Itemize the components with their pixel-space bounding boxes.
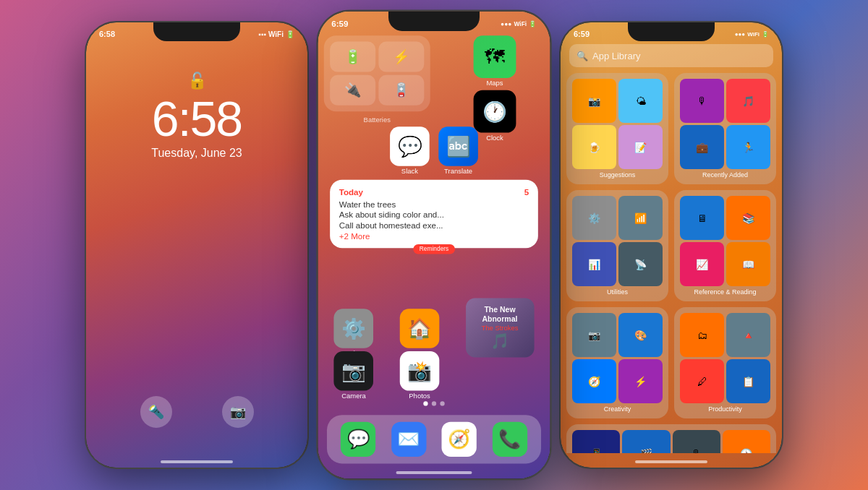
- bottom-apps-row: ⚙️ Settings 🏠 Home The New Abnormal The …: [321, 298, 548, 357]
- slack-app[interactable]: 💬 Slack: [390, 126, 430, 175]
- music-card: The New Abnormal The Strokes 🎵: [466, 298, 535, 357]
- page-dots: [423, 401, 444, 405]
- folder-app-appstore: 📱: [572, 430, 620, 453]
- folder-reference-label: Reference & Reading: [680, 288, 770, 296]
- messages-dock-icon[interactable]: 💬: [341, 422, 375, 457]
- wifi-icon: WiFi: [514, 20, 527, 27]
- maps-clock-group: 🗺 Maps 🕐 Clock: [446, 35, 545, 142]
- folder-app-stocks: 📈: [680, 242, 724, 286]
- photos-app[interactable]: 📸 Photos: [400, 351, 440, 400]
- music-widget[interactable]: The New Abnormal The Strokes 🎵: [466, 298, 535, 357]
- folder-creativity[interactable]: 📷 🎨 🧭 ⚡ Creativity: [566, 307, 668, 418]
- settings-app[interactable]: ⚙️ Settings: [334, 309, 374, 357]
- folder-app-camera: 📷: [572, 313, 616, 357]
- notch: [628, 22, 715, 41]
- folder-entertainment[interactable]: 📱 🎬 🎙 🕐: [566, 424, 776, 453]
- translate-app[interactable]: 🔤 Translate: [438, 126, 478, 175]
- battery-icon: 🔋: [529, 20, 537, 27]
- home-app[interactable]: 🏠 Home: [400, 309, 440, 357]
- phone-dock-icon[interactable]: 📞: [493, 422, 527, 457]
- music-note-icon: 🎵: [490, 332, 509, 350]
- folder-app-books: 📚: [726, 196, 770, 240]
- battery-cell-1: 🔋: [330, 42, 375, 72]
- phone-homescreen: 6:59 ●●● WiFi 🔋 🔋 ⚡ 🔌 🪫 Batteries 🗺 Maps: [316, 10, 552, 481]
- camera-label: Camera: [341, 392, 366, 400]
- batteries-widget: 🔋 ⚡ 🔌 🪫 Batteries: [324, 35, 430, 124]
- folder-app-weather: 🌤: [618, 79, 663, 123]
- reminder-item-1: Water the trees: [339, 199, 529, 209]
- signal-icon: ●●●: [735, 31, 746, 38]
- folder-app-charts: 📊: [572, 242, 616, 286]
- dot-3: [440, 401, 444, 405]
- batteries-label: Batteries: [324, 116, 430, 124]
- mail-dock-icon[interactable]: ✉️: [391, 422, 426, 457]
- folder-app-desktop: 🖥: [680, 196, 724, 240]
- slack-icon: 💬: [390, 126, 430, 166]
- folder-recently-added[interactable]: 🎙 🎵 💼 🏃 Recently Added: [674, 73, 776, 184]
- dot-1: [423, 401, 427, 405]
- folder-app-music: 🎵: [726, 79, 770, 123]
- status-icons: ●●● WiFi 🔋: [501, 20, 537, 27]
- status-icons: ▪▪▪ WiFi 🔋: [258, 30, 294, 38]
- folder-app-art: 🎨: [618, 313, 663, 357]
- reminder-item-2: Ask about siding color and...: [339, 210, 529, 220]
- battery-cell-3: 🔌: [330, 75, 375, 106]
- home-indicator: [161, 460, 233, 463]
- folder-utilities[interactable]: ⚙️ 📶 📊 📡 Utilities: [566, 190, 668, 301]
- folder-app-antenna: 📡: [618, 242, 663, 286]
- phone-applibrary: 6:59 ●●● WiFi 🔋 🔍 App Library 📸 🌤 🍺 📝: [559, 21, 783, 469]
- safari-dock-icon[interactable]: 🧭: [442, 422, 477, 457]
- signal-icon: ▪▪▪: [258, 30, 266, 38]
- flashlight-button[interactable]: 🔦: [140, 396, 172, 428]
- folder-app-spark: ⚡: [618, 359, 663, 403]
- entertainment-grid: 📱 🎬 🎙 🕐: [572, 430, 770, 453]
- slack-translate-row: 💬 Slack 🔤 Translate: [324, 126, 545, 175]
- home-indicator: [396, 471, 472, 474]
- reminder-item-3: Call about homestead exe...: [339, 220, 529, 230]
- battery-cell-4: 🪫: [378, 75, 424, 106]
- folder-reference[interactable]: 🖥 📚 📈 📖 Reference & Reading: [674, 190, 776, 301]
- folder-productivity-label: Productivity: [680, 405, 770, 413]
- music-album: The New Abnormal: [469, 306, 531, 324]
- notch: [388, 12, 480, 31]
- folder-app-fitness: 🏃: [726, 125, 770, 169]
- search-icon: 🔍: [576, 51, 588, 61]
- photos-icon: 📸: [400, 351, 440, 391]
- battery-cell-2: ⚡: [378, 42, 424, 72]
- home-indicator: [635, 460, 707, 463]
- wifi-icon: WiFi: [268, 30, 284, 38]
- lockscreen-time: 6:58: [152, 90, 242, 147]
- folder-utilities-label: Utilities: [572, 288, 663, 296]
- app-library-grid: 📸 🌤 🍺 📝 Suggestions 🎙 🎵 💼 🏃 Recently Add…: [566, 73, 776, 453]
- maps-app[interactable]: 🗺 Maps: [446, 35, 545, 87]
- app-library-search[interactable]: 🔍 App Library: [569, 44, 773, 67]
- folder-suggestions[interactable]: 📸 🌤 🍺 📝 Suggestions: [566, 73, 668, 184]
- folder-app-clock: 🕐: [723, 430, 770, 453]
- notch: [153, 22, 240, 41]
- folder-app-prime: 🎬: [622, 430, 670, 453]
- battery-icon: 🔋: [762, 31, 769, 38]
- folder-app-amc: 🎙: [673, 430, 720, 453]
- translate-icon: 🔤: [438, 126, 478, 166]
- camera-button[interactable]: 📷: [222, 396, 254, 428]
- maps-label: Maps: [486, 79, 503, 87]
- translate-label: Translate: [444, 168, 472, 176]
- folder-app-notes: 📋: [726, 359, 770, 403]
- reminders-widget: Today 5 Water the trees Ask about siding…: [330, 180, 538, 249]
- dot-2: [432, 401, 436, 405]
- settings-icon: ⚙️: [334, 309, 374, 348]
- folder-app-photos: 📸: [572, 79, 616, 123]
- folder-app-wifi: 📶: [618, 196, 663, 240]
- camera-app[interactable]: 📷 Camera: [334, 351, 374, 400]
- folder-creativity-label: Creativity: [572, 405, 663, 413]
- folder-app-settings: ⚙️: [572, 196, 616, 240]
- home-icon: 🏠: [400, 309, 440, 348]
- status-time: 6:59: [331, 19, 348, 28]
- folder-app-triangle: 🔺: [726, 313, 770, 357]
- reminder-more: +2 More: [339, 231, 529, 241]
- camera-photos-row: 📷 Camera 📸 Photos: [321, 351, 548, 400]
- reminder-today: Today: [339, 187, 363, 197]
- folder-productivity[interactable]: 🗂 🔺 🖊 📋 Productivity: [674, 307, 776, 418]
- lock-icon: 🔓: [187, 72, 207, 90]
- status-time: 6:58: [99, 30, 115, 38]
